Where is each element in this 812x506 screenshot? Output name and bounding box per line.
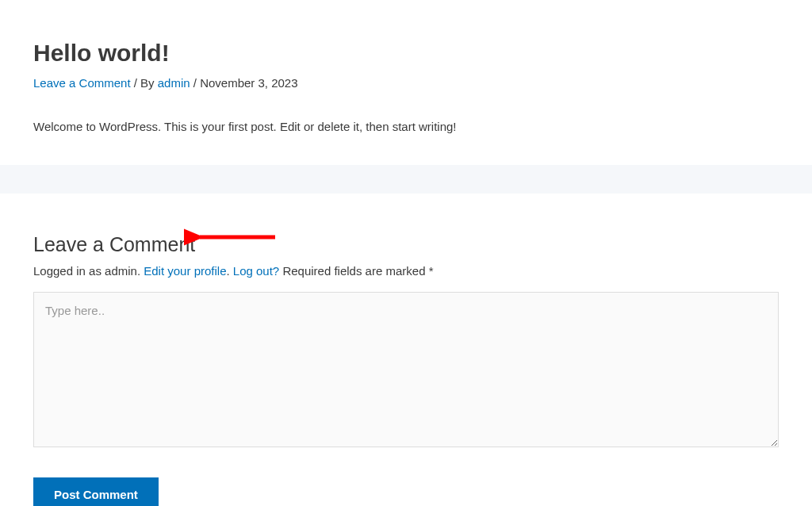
author-link[interactable]: admin xyxy=(158,76,190,90)
post-section: Hello world! Leave a Comment / By admin … xyxy=(0,0,812,165)
comment-section: Leave a Comment Logged in as admin. Edit… xyxy=(0,194,812,506)
logged-in-prefix: Logged in as admin. xyxy=(33,264,144,278)
post-comment-button[interactable]: Post Comment xyxy=(33,477,159,506)
section-separator xyxy=(0,165,812,194)
meta-separator-by: / By xyxy=(131,76,158,90)
post-date: November 3, 2023 xyxy=(200,76,297,90)
dot-separator: . xyxy=(226,264,232,278)
logout-link[interactable]: Log out? xyxy=(233,264,279,278)
leave-comment-link[interactable]: Leave a Comment xyxy=(33,76,131,90)
post-meta: Leave a Comment / By admin / November 3,… xyxy=(33,76,779,90)
post-title: Hello world! xyxy=(33,40,779,67)
edit-profile-link[interactable]: Edit your profile xyxy=(144,264,226,278)
comment-heading: Leave a Comment xyxy=(33,233,779,256)
required-fields-text: Required fields are marked * xyxy=(279,264,433,278)
logged-in-as: Logged in as admin. Edit your profile. L… xyxy=(33,264,779,278)
meta-separator-date: / xyxy=(190,76,201,90)
comment-textarea[interactable] xyxy=(33,292,779,447)
post-content: Welcome to WordPress. This is your first… xyxy=(33,120,779,133)
